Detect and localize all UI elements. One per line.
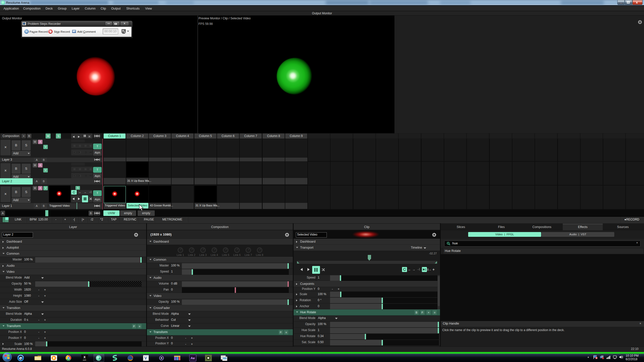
svg-text:e: e <box>19 355 22 361</box>
svg-text:Ae: Ae <box>191 356 195 360</box>
svg-text:X: X <box>84 355 86 359</box>
svg-text:AIR: AIR <box>83 359 86 361</box>
